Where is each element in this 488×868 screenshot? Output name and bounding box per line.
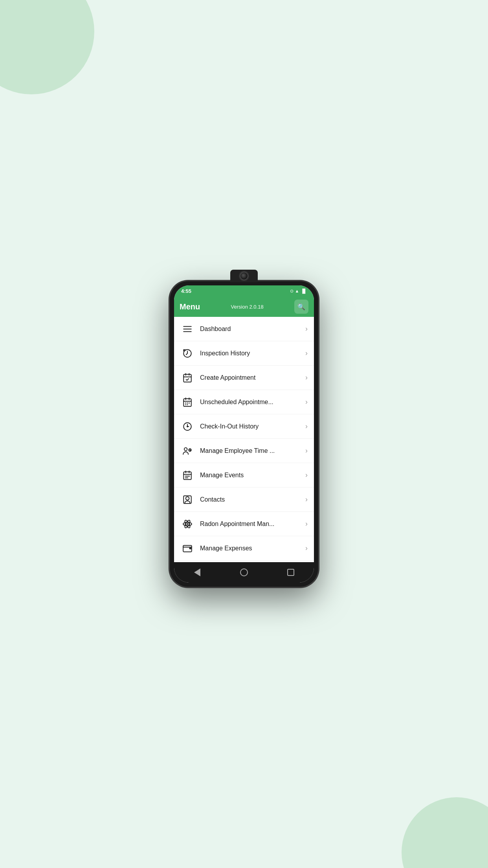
bg-circle-top-left bbox=[0, 0, 94, 94]
back-button[interactable] bbox=[191, 566, 204, 579]
chevron-icon: › bbox=[305, 520, 308, 528]
menu-item-inspection-history[interactable]: Inspection History › bbox=[174, 341, 314, 366]
chevron-icon: › bbox=[305, 349, 308, 357]
phone-screen: 4:55 ⊙ ▲ ▐▌ Menu Version 2.0.18 🔍 bbox=[174, 285, 314, 583]
menu-label-create-appointment: Create Appointment bbox=[200, 374, 305, 381]
menu-item-create-appointment[interactable]: Create Appointment › bbox=[174, 366, 314, 390]
calendar-grid-icon bbox=[180, 395, 194, 409]
menu-list: Dashboard › Inspection History › C bbox=[174, 317, 314, 562]
search-icon: 🔍 bbox=[297, 303, 305, 311]
menu-label-inspection-history: Inspection History bbox=[200, 350, 305, 357]
chevron-icon: › bbox=[305, 422, 308, 430]
chevron-icon: › bbox=[305, 471, 308, 479]
chevron-icon: › bbox=[305, 325, 308, 333]
home-button[interactable] bbox=[238, 566, 250, 579]
menu-label-manage-expenses: Manage Expenses bbox=[200, 545, 305, 552]
app-header: Menu Version 2.0.18 🔍 bbox=[174, 296, 314, 317]
wallet-icon bbox=[180, 541, 194, 555]
people-clock-icon bbox=[180, 444, 194, 458]
menu-item-manage-events[interactable]: Manage Events › bbox=[174, 463, 314, 487]
menu-label-manage-events: Manage Events bbox=[200, 472, 305, 479]
atom-icon bbox=[180, 517, 194, 531]
svg-point-18 bbox=[187, 426, 188, 427]
calendar-check-icon bbox=[180, 371, 194, 385]
header-title: Menu bbox=[180, 302, 200, 311]
header-version: Version 2.0.18 bbox=[231, 304, 264, 310]
svg-point-29 bbox=[187, 523, 188, 524]
menu-item-unscheduled-appointments[interactable]: Unscheduled Appointme... › bbox=[174, 390, 314, 414]
bg-circle-bottom-right bbox=[402, 797, 488, 868]
status-icons: ⊙ ▲ ▐▌ bbox=[290, 289, 307, 294]
calendar-lines-icon bbox=[180, 468, 194, 482]
hamburger-icon bbox=[180, 322, 194, 336]
signal-icon: ▲ bbox=[295, 289, 299, 293]
recents-icon bbox=[287, 569, 294, 576]
menu-label-contacts: Contacts bbox=[200, 496, 305, 503]
contacts-icon bbox=[180, 493, 194, 507]
menu-item-radon-appointment[interactable]: Radon Appointment Man... › bbox=[174, 512, 314, 536]
menu-item-check-in-out-history[interactable]: Check-In-Out History › bbox=[174, 414, 314, 439]
status-bar: 4:55 ⊙ ▲ ▐▌ bbox=[174, 285, 314, 296]
nav-bar bbox=[174, 562, 314, 583]
menu-label-unscheduled-appointments: Unscheduled Appointme... bbox=[200, 399, 305, 406]
home-icon bbox=[240, 568, 248, 576]
chevron-icon: › bbox=[305, 398, 308, 406]
svg-point-27 bbox=[186, 497, 189, 500]
svg-rect-4 bbox=[183, 374, 191, 382]
history-icon bbox=[180, 346, 194, 360]
svg-rect-21 bbox=[183, 472, 191, 480]
clock-in-icon bbox=[180, 419, 194, 434]
back-icon bbox=[194, 568, 200, 576]
menu-label-radon-appointment: Radon Appointment Man... bbox=[200, 520, 305, 528]
menu-item-manage-expenses[interactable]: Manage Expenses › bbox=[174, 536, 314, 561]
menu-label-manage-employee-time: Manage Employee Time ... bbox=[200, 447, 305, 454]
camera-lens bbox=[240, 272, 248, 280]
chevron-icon: › bbox=[305, 373, 308, 382]
menu-label-dashboard: Dashboard bbox=[200, 326, 305, 333]
menu-item-dashboard[interactable]: Dashboard › bbox=[174, 317, 314, 341]
phone-frame: 4:55 ⊙ ▲ ▐▌ Menu Version 2.0.18 🔍 bbox=[169, 281, 319, 587]
phone-wrapper: 4:55 ⊙ ▲ ▐▌ Menu Version 2.0.18 🔍 bbox=[169, 281, 319, 587]
svg-point-19 bbox=[184, 447, 187, 451]
status-time: 4:55 bbox=[181, 288, 191, 294]
menu-label-check-in-out-history: Check-In-Out History bbox=[200, 423, 305, 430]
parental-control-icon: ⊙ bbox=[290, 289, 294, 294]
camera-bump bbox=[230, 270, 258, 282]
menu-item-chat[interactable]: Chat › bbox=[174, 561, 314, 562]
chevron-icon: › bbox=[305, 544, 308, 552]
chevron-icon: › bbox=[305, 447, 308, 455]
battery-icon: ▐▌ bbox=[301, 289, 307, 293]
chevron-icon: › bbox=[305, 495, 308, 504]
recents-button[interactable] bbox=[284, 566, 297, 579]
search-button[interactable]: 🔍 bbox=[294, 300, 308, 314]
menu-item-contacts[interactable]: Contacts › bbox=[174, 487, 314, 512]
menu-item-manage-employee-time[interactable]: Manage Employee Time ... › bbox=[174, 439, 314, 463]
